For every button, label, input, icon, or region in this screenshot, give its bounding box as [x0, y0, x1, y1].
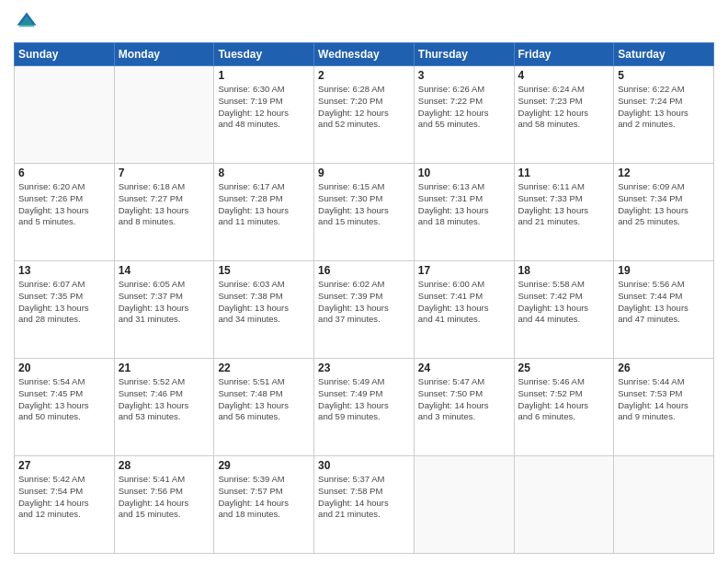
calendar-cell: 24Sunrise: 5:47 AM Sunset: 7:50 PM Dayli… [414, 359, 514, 456]
day-info: Sunrise: 5:52 AM Sunset: 7:46 PM Dayligh… [119, 376, 210, 423]
weekday-header-row: SundayMondayTuesdayWednesdayThursdayFrid… [15, 43, 714, 66]
day-info: Sunrise: 6:00 AM Sunset: 7:41 PM Dayligh… [418, 279, 510, 326]
day-number: 16 [318, 264, 410, 277]
page: SundayMondayTuesdayWednesdayThursdayFrid… [0, 0, 728, 563]
day-info: Sunrise: 6:26 AM Sunset: 7:22 PM Dayligh… [418, 84, 510, 131]
calendar-cell: 13Sunrise: 6:07 AM Sunset: 7:35 PM Dayli… [15, 261, 115, 359]
calendar-cell: 23Sunrise: 5:49 AM Sunset: 7:49 PM Dayli… [314, 359, 415, 456]
day-info: Sunrise: 6:30 AM Sunset: 7:19 PM Dayligh… [218, 84, 310, 131]
day-info: Sunrise: 6:24 AM Sunset: 7:23 PM Dayligh… [518, 84, 610, 131]
calendar-week-row-2: 6Sunrise: 6:20 AM Sunset: 7:26 PM Daylig… [15, 164, 714, 261]
day-number: 15 [218, 264, 310, 277]
day-info: Sunrise: 5:51 AM Sunset: 7:48 PM Dayligh… [218, 376, 310, 423]
calendar-cell: 28Sunrise: 5:41 AM Sunset: 7:56 PM Dayli… [114, 456, 214, 554]
day-info: Sunrise: 6:07 AM Sunset: 7:35 PM Dayligh… [18, 279, 110, 326]
day-number: 5 [618, 69, 710, 82]
logo [14, 9, 43, 35]
weekday-header-friday: Friday [514, 43, 614, 66]
calendar-cell: 18Sunrise: 5:58 AM Sunset: 7:42 PM Dayli… [514, 261, 614, 359]
day-number: 10 [418, 167, 510, 179]
day-number: 21 [119, 362, 210, 374]
day-info: Sunrise: 5:49 AM Sunset: 7:49 PM Dayligh… [318, 376, 410, 423]
day-number: 28 [119, 459, 210, 472]
calendar-cell: 20Sunrise: 5:54 AM Sunset: 7:45 PM Dayli… [15, 359, 115, 456]
day-number: 30 [318, 459, 410, 472]
day-number: 7 [119, 167, 210, 179]
calendar-cell: 9Sunrise: 6:15 AM Sunset: 7:30 PM Daylig… [314, 164, 415, 261]
calendar-cell: 19Sunrise: 5:56 AM Sunset: 7:44 PM Dayli… [614, 261, 714, 359]
day-info: Sunrise: 5:58 AM Sunset: 7:42 PM Dayligh… [518, 279, 610, 326]
day-info: Sunrise: 5:37 AM Sunset: 7:58 PM Dayligh… [318, 474, 410, 521]
day-info: Sunrise: 6:20 AM Sunset: 7:26 PM Dayligh… [18, 181, 110, 228]
day-number: 13 [18, 264, 110, 277]
calendar-cell [414, 456, 514, 554]
day-info: Sunrise: 6:15 AM Sunset: 7:30 PM Dayligh… [318, 181, 410, 228]
day-number: 18 [518, 264, 610, 277]
day-number: 24 [418, 362, 510, 374]
day-number: 20 [18, 362, 110, 374]
calendar-cell: 26Sunrise: 5:44 AM Sunset: 7:53 PM Dayli… [614, 359, 714, 456]
day-number: 2 [318, 69, 410, 82]
day-info: Sunrise: 6:09 AM Sunset: 7:34 PM Dayligh… [618, 181, 710, 228]
day-number: 25 [518, 362, 610, 374]
day-number: 19 [618, 264, 710, 277]
day-info: Sunrise: 6:02 AM Sunset: 7:39 PM Dayligh… [318, 279, 410, 326]
calendar-cell: 6Sunrise: 6:20 AM Sunset: 7:26 PM Daylig… [15, 164, 115, 261]
day-info: Sunrise: 6:22 AM Sunset: 7:24 PM Dayligh… [618, 84, 710, 131]
calendar-week-row-3: 13Sunrise: 6:07 AM Sunset: 7:35 PM Dayli… [15, 261, 714, 359]
calendar-cell: 2Sunrise: 6:28 AM Sunset: 7:20 PM Daylig… [314, 66, 415, 164]
calendar-cell: 5Sunrise: 6:22 AM Sunset: 7:24 PM Daylig… [614, 66, 714, 164]
day-number: 23 [318, 362, 410, 374]
day-info: Sunrise: 6:17 AM Sunset: 7:28 PM Dayligh… [218, 181, 310, 228]
day-number: 29 [218, 459, 310, 472]
calendar-cell: 12Sunrise: 6:09 AM Sunset: 7:34 PM Dayli… [614, 164, 714, 261]
day-info: Sunrise: 6:28 AM Sunset: 7:20 PM Dayligh… [318, 84, 410, 131]
calendar-cell: 3Sunrise: 6:26 AM Sunset: 7:22 PM Daylig… [414, 66, 514, 164]
day-info: Sunrise: 5:47 AM Sunset: 7:50 PM Dayligh… [418, 376, 510, 423]
day-info: Sunrise: 5:39 AM Sunset: 7:57 PM Dayligh… [218, 474, 310, 521]
weekday-header-tuesday: Tuesday [214, 43, 314, 66]
logo-icon [14, 9, 40, 35]
day-number: 9 [318, 167, 410, 179]
calendar-cell: 30Sunrise: 5:37 AM Sunset: 7:58 PM Dayli… [314, 456, 415, 554]
calendar-cell: 27Sunrise: 5:42 AM Sunset: 7:54 PM Dayli… [15, 456, 115, 554]
day-number: 17 [418, 264, 510, 277]
day-info: Sunrise: 5:44 AM Sunset: 7:53 PM Dayligh… [618, 376, 710, 423]
day-number: 27 [18, 459, 110, 472]
calendar-cell: 15Sunrise: 6:03 AM Sunset: 7:38 PM Dayli… [214, 261, 314, 359]
calendar-cell [614, 456, 714, 554]
day-info: Sunrise: 6:03 AM Sunset: 7:38 PM Dayligh… [218, 279, 310, 326]
calendar-week-row-4: 20Sunrise: 5:54 AM Sunset: 7:45 PM Dayli… [15, 359, 714, 456]
day-number: 4 [518, 69, 610, 82]
weekday-header-monday: Monday [114, 43, 214, 66]
calendar-cell: 25Sunrise: 5:46 AM Sunset: 7:52 PM Dayli… [514, 359, 614, 456]
calendar-cell: 22Sunrise: 5:51 AM Sunset: 7:48 PM Dayli… [214, 359, 314, 456]
weekday-header-sunday: Sunday [15, 43, 115, 66]
calendar-cell: 8Sunrise: 6:17 AM Sunset: 7:28 PM Daylig… [214, 164, 314, 261]
day-number: 12 [618, 167, 710, 179]
day-info: Sunrise: 5:46 AM Sunset: 7:52 PM Dayligh… [518, 376, 610, 423]
day-info: Sunrise: 5:56 AM Sunset: 7:44 PM Dayligh… [618, 279, 710, 326]
day-info: Sunrise: 6:11 AM Sunset: 7:33 PM Dayligh… [518, 181, 610, 228]
calendar-week-row-5: 27Sunrise: 5:42 AM Sunset: 7:54 PM Dayli… [15, 456, 714, 554]
day-number: 6 [18, 167, 110, 179]
day-info: Sunrise: 5:42 AM Sunset: 7:54 PM Dayligh… [18, 474, 110, 521]
weekday-header-saturday: Saturday [614, 43, 714, 66]
day-info: Sunrise: 6:18 AM Sunset: 7:27 PM Dayligh… [119, 181, 210, 228]
calendar-cell: 16Sunrise: 6:02 AM Sunset: 7:39 PM Dayli… [314, 261, 415, 359]
header [14, 9, 714, 35]
day-info: Sunrise: 6:13 AM Sunset: 7:31 PM Dayligh… [418, 181, 510, 228]
day-info: Sunrise: 5:54 AM Sunset: 7:45 PM Dayligh… [18, 376, 110, 423]
day-info: Sunrise: 6:05 AM Sunset: 7:37 PM Dayligh… [119, 279, 210, 326]
calendar-cell: 14Sunrise: 6:05 AM Sunset: 7:37 PM Dayli… [114, 261, 214, 359]
calendar-table: SundayMondayTuesdayWednesdayThursdayFrid… [14, 42, 714, 554]
calendar-cell [15, 66, 115, 164]
calendar-cell: 7Sunrise: 6:18 AM Sunset: 7:27 PM Daylig… [114, 164, 214, 261]
weekday-header-wednesday: Wednesday [314, 43, 415, 66]
day-number: 3 [418, 69, 510, 82]
day-number: 8 [218, 167, 310, 179]
day-info: Sunrise: 5:41 AM Sunset: 7:56 PM Dayligh… [119, 474, 210, 521]
day-number: 14 [119, 264, 210, 277]
day-number: 22 [218, 362, 310, 374]
calendar-cell: 29Sunrise: 5:39 AM Sunset: 7:57 PM Dayli… [214, 456, 314, 554]
